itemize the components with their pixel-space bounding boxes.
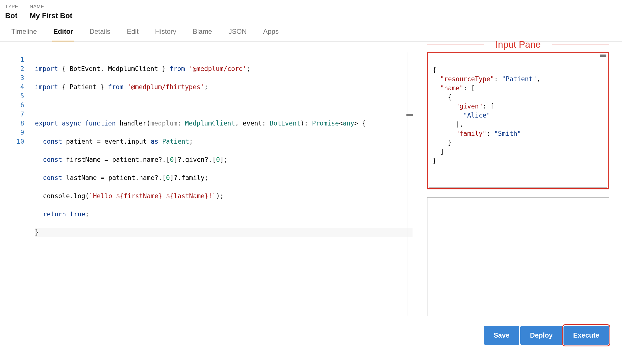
type-value: Bot [5,11,18,20]
input-pane[interactable]: { "resourceType": "Patient", "name": [ {… [429,54,607,188]
code-line: import { BotEvent, MedplumClient } from … [35,64,413,73]
input-pane-annotation: Input Pane [427,39,609,50]
code-editor-pane[interactable]: 1 2 3 4 5 6 7 8 9 10 import { BotEvent, … [7,52,413,316]
code-line: export async function handler(medplum: M… [35,119,413,128]
line-number: 8 [7,119,24,128]
tab-editor[interactable]: Editor [52,28,74,41]
code-line: } [35,228,413,237]
tab-apps[interactable]: Apps [262,28,280,41]
code-line: const patient = event.input as Patient; [35,137,413,146]
right-column: Input Pane { "resourceType": "Patient", … [427,52,609,345]
line-number: 10 [7,137,24,146]
save-button[interactable]: Save [484,326,519,345]
json-token: } [433,157,437,164]
tab-blame[interactable]: Blame [192,28,213,41]
json-key: "name" [440,84,463,92]
header-type-col: TYPE Bot [5,4,18,20]
line-number: 4 [7,82,24,91]
execute-button[interactable]: Execute [563,326,609,345]
action-buttons-row: Save Deploy Execute [427,326,609,345]
line-number: 2 [7,64,24,73]
code-line: return true; [35,210,413,219]
name-label: NAME [30,4,72,10]
code-body[interactable]: import { BotEvent, MedplumClient } from … [29,52,413,316]
json-value: "Alice" [463,112,490,119]
editor-minimap-edge [408,52,413,316]
tab-json[interactable]: JSON [227,28,248,41]
tab-timeline[interactable]: Timeline [10,28,38,41]
json-token: { [433,66,437,74]
code-line: const lastName = patient.name?.[0]?.fami… [35,173,413,182]
type-label: TYPE [5,4,18,10]
main-grid: 1 2 3 4 5 6 7 8 9 10 import { BotEvent, … [0,42,622,345]
input-pane-highlight-frame: { "resourceType": "Patient", "name": [ {… [427,52,609,189]
input-scroll-indicator[interactable] [600,55,606,57]
line-number: 1 [7,55,24,64]
code-editor-inner: 1 2 3 4 5 6 7 8 9 10 import { BotEvent, … [7,52,413,316]
line-gutter: 1 2 3 4 5 6 7 8 9 10 [7,52,29,316]
line-number: 6 [7,101,24,110]
deploy-button[interactable]: Deploy [520,326,562,345]
line-number: 7 [7,110,24,119]
tab-details[interactable]: Details [88,28,111,41]
json-value: "Smith" [494,130,521,137]
name-value: My First Bot [30,11,72,20]
page-header: TYPE Bot NAME My First Bot [0,0,622,22]
output-pane[interactable] [427,197,609,316]
line-number: 9 [7,128,24,137]
line-number: 5 [7,91,24,101]
code-line: const firstName = patient.name?.[0]?.giv… [35,155,413,164]
json-value: "Patient" [502,75,537,83]
code-line: console.log(`Hello ${firstName} ${lastNa… [35,191,413,200]
code-line [35,101,413,110]
tab-history[interactable]: History [154,28,178,41]
json-key: "resourceType" [440,75,494,83]
json-key: "given" [456,102,483,110]
line-number: 3 [7,73,24,82]
tab-edit[interactable]: Edit [126,28,140,41]
tabs-bar: Timeline Editor Details Edit History Bla… [0,22,622,42]
code-line: import { Patient } from '@medplum/fhirty… [35,82,413,91]
editor-scroll-indicator[interactable] [406,114,413,116]
header-name-col: NAME My First Bot [30,4,72,20]
json-key: "family" [456,130,486,137]
